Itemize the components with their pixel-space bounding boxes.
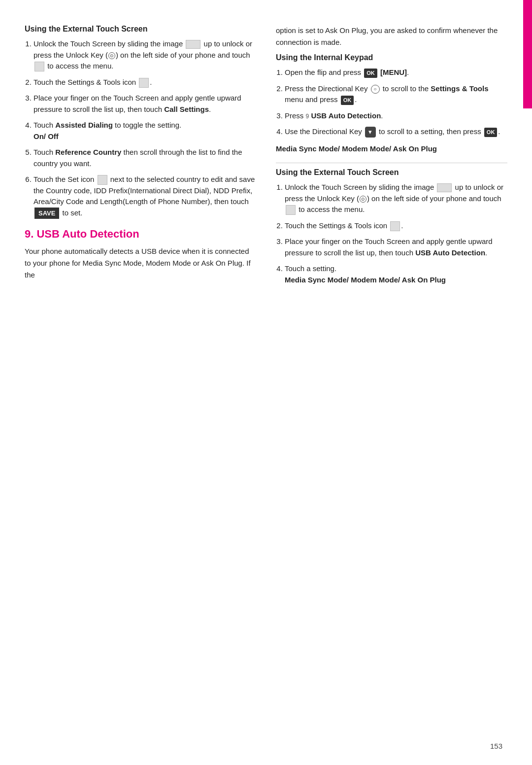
- ok-btn-icon: OK: [364, 69, 377, 78]
- media-sync-heading-label: Media Sync Mode/ Modem Mode/ Ask On Plug: [276, 144, 437, 153]
- dir-key-down-icon: ▾: [365, 127, 376, 138]
- external-touch-heading-right: Using the External Touch Screen: [276, 168, 507, 177]
- list-item: Touch Assisted Dialing to toggle the set…: [33, 120, 256, 142]
- left-column: Using the External Touch Screen Unlock t…: [25, 25, 256, 292]
- menu-icon2: [286, 205, 296, 215]
- right-intro-text: option is set to Ask On Plug, you are as…: [276, 25, 507, 48]
- right-column: option is set to Ask On Plug, you are as…: [276, 25, 507, 292]
- settings-tools-label: Settings & Tools: [431, 84, 488, 93]
- settings-tools-icon2: [390, 221, 400, 231]
- save-button-label: SAVE: [34, 208, 59, 219]
- list-item: Place your finger on the Touch Screen an…: [285, 236, 507, 258]
- image-placeholder: [186, 40, 200, 49]
- list-item: Touch the Set icon next to the selected …: [33, 174, 256, 219]
- media-sync-subheading: Media Sync Mode/ Modem Mode/ Ask On Plug: [276, 144, 507, 153]
- divider: [276, 163, 507, 163]
- list-item: Press 9 USB Auto Detection.: [285, 110, 507, 122]
- media-sync-label2: Media Sync Mode/ Modem Mode/ Ask On Plug: [285, 276, 446, 284]
- assisted-dialing-label: Assisted Dialing: [55, 121, 113, 129]
- list-item: Place your finger on the Touch Screen an…: [33, 93, 256, 115]
- list-item: Touch the Settings & Tools icon .: [285, 220, 507, 232]
- list-item: Press the Directional Key ○ to scroll to…: [285, 83, 507, 105]
- magenta-accent-bar: [523, 0, 532, 108]
- external-touch-list-right: Unlock the Touch Screen by sliding the i…: [276, 182, 507, 285]
- usb-auto-detect-label: USB Auto Detection: [415, 248, 485, 257]
- external-touch-list-left: Unlock the Touch Screen by sliding the i…: [25, 38, 256, 219]
- on-off-label: On/ Off: [33, 132, 59, 140]
- settings-tools-icon: [139, 78, 149, 88]
- external-touch-heading-left: Using the External Touch Screen: [25, 25, 256, 34]
- usb-auto-label: USB Auto Detection: [311, 111, 381, 120]
- unlock-key-icon2: ⊙: [360, 196, 366, 203]
- internal-keypad-heading: Using the Internal Keypad: [276, 53, 507, 62]
- section9-body: Your phone automatically detects a USB d…: [25, 245, 256, 281]
- reference-country-label: Reference Country: [55, 148, 121, 156]
- list-item: Unlock the Touch Screen by sliding the i…: [285, 182, 507, 215]
- unlock-key-icon: ⊙: [108, 52, 115, 59]
- call-settings-label: Call Settings: [164, 105, 209, 113]
- list-item: Use the Directional Key ▾ to scroll to a…: [285, 126, 507, 138]
- menu-icon: [34, 62, 44, 71]
- set-icon: [98, 175, 107, 185]
- number-icon: 9: [306, 113, 309, 120]
- page-number: 153: [490, 742, 502, 750]
- ok-btn-icon2: OK: [341, 96, 354, 105]
- page-container: Using the External Touch Screen Unlock t…: [0, 0, 532, 765]
- image-placeholder2: [437, 183, 452, 192]
- section9-title: 9. USB Auto Detection: [25, 228, 256, 241]
- list-item: Touch a setting. Media Sync Mode/ Modem …: [285, 263, 507, 285]
- list-item: Touch Reference Country then scroll thro…: [33, 147, 256, 169]
- list-item: Open the flip and press OK [MENU].: [285, 67, 507, 78]
- list-item: Unlock the Touch Screen by sliding the i…: [33, 38, 256, 72]
- ok-btn-icon3: OK: [484, 128, 498, 137]
- list-item: Touch the Settings & Tools icon .: [33, 77, 256, 88]
- menu-label: [MENU]: [380, 68, 407, 76]
- dir-key-icon: ○: [371, 85, 380, 94]
- internal-keypad-list: Open the flip and press OK [MENU]. Press…: [276, 67, 507, 138]
- two-column-layout: Using the External Touch Screen Unlock t…: [25, 25, 507, 292]
